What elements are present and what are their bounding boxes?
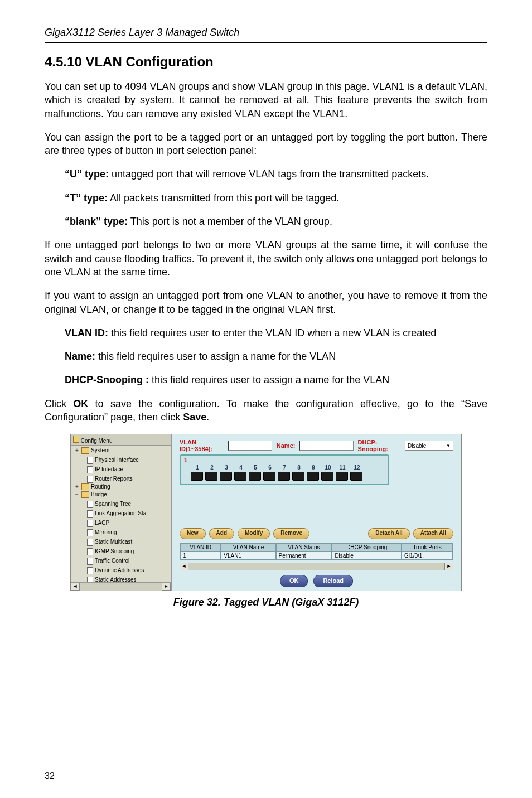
tree-node-routing[interactable]: +Routing [74,483,110,491]
tree-node-system[interactable]: +System [74,447,109,454]
tree-node-link-aggregation-sta[interactable]: Link Aggregation Sta [80,510,146,518]
tree-node-router-reports[interactable]: Router Reports [80,475,133,483]
p5a: Click [45,398,73,409]
port-number-label: 5 [250,465,261,471]
modify-button[interactable]: Modify [238,528,270,539]
chevron-down-icon: ▼ [446,443,451,448]
figure-caption: Figure 32. Tagged VLAN (GigaX 3112F) [45,597,487,608]
attach-all-button[interactable]: Attach All [413,528,453,539]
port-socket[interactable] [307,472,319,481]
tree-node-label: Dynamic Addresses [95,567,144,574]
port-socket[interactable] [191,472,203,481]
document-icon [87,567,93,574]
document-icon [87,548,93,555]
paragraph-5: Click OK to save the configuration. To m… [45,397,487,424]
port-number-label: 10 [322,465,333,471]
vlan-id-input[interactable] [228,441,272,451]
tree-node-mirroring[interactable]: Mirroring [80,529,117,536]
tree-node-ip-interface[interactable]: IP Interface [80,466,123,473]
vlan-table-row[interactable]: 1 VLAN1 Permanent Disable Gi1/0/1, [180,552,453,560]
vlan-config-pane: VLAN ID(1~3584): Name: DHCP-Snooping: Di… [172,434,461,591]
tree-node-traffic-control[interactable]: Traffic Control [80,557,129,565]
dhcp-select-value: Disable [408,443,426,449]
main-horizontal-scrollbar[interactable]: ◄ ► [180,563,453,570]
document-icon [87,466,93,473]
col-trunk: Trunk Ports [402,543,453,552]
port-socket[interactable] [220,472,232,481]
scroll-left-icon[interactable]: ◄ [71,583,80,591]
port-number-label: 2 [206,465,217,471]
port-socket[interactable] [321,472,333,481]
port-number-label: 6 [264,465,275,471]
blank-type-line: “blank” type: This port is not a member … [65,215,487,228]
port-socket-row [191,472,385,481]
name-line: Name: this field requires user to assign… [65,350,487,363]
scroll-right-icon[interactable]: ► [162,583,171,591]
blank-type-text: This port is not a member of the VLAN gr… [128,216,332,227]
port-socket[interactable] [278,472,290,481]
tree-node-dynamic-addresses[interactable]: Dynamic Addresses [80,567,144,574]
add-button[interactable]: Add [209,528,234,539]
document-icon [87,529,93,536]
u-type-text: untagged port that will remove VLAN tags… [109,168,429,180]
config-tree-scroll[interactable]: +SystemPhysical InterfaceIP InterfaceRou… [71,446,171,582]
dhcp-line: DHCP-Snooping : this field requires user… [65,373,487,386]
tree-node-spanning-tree[interactable]: Spanning Tree [80,500,131,508]
document-icon [87,510,93,518]
tree-node-bridge[interactable]: −Bridge [74,491,107,499]
tree-node-label: Static Addresses [95,576,136,582]
new-button[interactable]: New [180,528,206,539]
vlan-action-row: New Add Modify Remove Detach All Attach … [172,528,461,543]
folder-icon [81,483,89,490]
document-icon [87,539,93,546]
t-type-line: “T” type: All packets transmitted from t… [65,191,487,205]
tree-node-label: Mirroring [95,529,117,536]
tree-node-label: Static Multicast [95,538,132,546]
tree-node-lacp[interactable]: LACP [80,519,109,527]
tree-node-igmp-snooping[interactable]: IGMP Snooping [80,548,134,555]
port-socket[interactable] [263,472,275,481]
port-group-label: 1 [184,457,385,465]
col-vlan-id: VLAN ID [180,543,221,552]
expand-icon[interactable]: + [74,483,80,491]
expand-icon[interactable]: − [74,491,80,499]
ok-button[interactable]: OK [280,575,308,587]
tree-node-label: System [91,447,109,454]
port-socket[interactable] [350,472,362,481]
vlan-top-form: VLAN ID(1~3584): Name: DHCP-Snooping: Di… [172,434,461,454]
tree-node-label: Routing [91,483,110,491]
port-socket[interactable] [205,472,217,481]
t-type-label: “T” type: [65,192,108,204]
tree-node-static-multicast[interactable]: Static Multicast [80,538,132,546]
port-number-label: 1 [192,465,203,471]
port-socket[interactable] [249,472,261,481]
tree-node-label: IGMP Snooping [95,548,134,555]
expand-icon[interactable]: + [74,447,80,454]
port-socket[interactable] [292,472,304,481]
scroll-left-icon[interactable]: ◄ [180,563,188,570]
tree-node-label: Traffic Control [95,557,129,565]
vlan-name-input[interactable] [299,441,353,451]
port-socket[interactable] [336,472,348,481]
cell-vlan-name: VLAN1 [221,552,275,560]
port-socket[interactable] [234,472,246,481]
remove-button[interactable]: Remove [273,528,309,539]
scroll-right-icon[interactable]: ► [444,563,453,570]
bottom-button-row: OK Reload [172,570,461,591]
tree-node-physical-interface[interactable]: Physical Interface [80,456,139,464]
running-header: GigaX3112 Series Layer 3 Managed Switch [45,27,487,43]
port-number-label: 3 [221,465,232,471]
port-number-label: 8 [293,465,304,471]
port-number-label: 11 [337,465,348,471]
reload-button[interactable]: Reload [313,575,353,587]
cell-trunk: Gi1/0/1, [402,552,453,560]
tree-node-static-addresses[interactable]: Static Addresses [80,576,136,582]
dhcp-snooping-select[interactable]: Disable ▼ [405,441,453,451]
tree-horizontal-scrollbar[interactable]: ◄ ► [71,582,171,591]
detach-all-button[interactable]: Detach All [368,528,410,539]
name-text: this field requires user to assign a nam… [95,351,336,362]
cell-vlan-status: Permanent [276,552,332,560]
tree-node-label: IP Interface [95,466,123,473]
p5b: to save the configuration. To make the c… [45,398,487,423]
document-icon [87,558,93,565]
